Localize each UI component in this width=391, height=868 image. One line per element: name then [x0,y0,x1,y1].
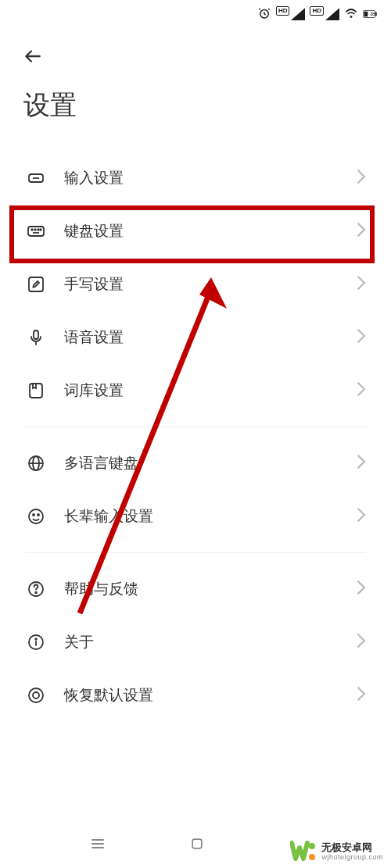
item-label: 输入设置 [64,168,357,188]
item-label: 多语言键盘 [64,453,357,473]
item-help-feedback[interactable]: 帮助与反馈 [0,563,391,616]
settings-group-1: 输入设置 键盘设置 手写设置 语音设置 [0,152,391,417]
voice-icon [25,327,47,348]
signal-2: HD [310,7,339,21]
watermark-brand-en: wjhotelgroup.com [321,853,383,862]
svg-point-11 [40,229,41,230]
svg-point-28 [33,692,39,698]
svg-rect-13 [29,277,43,291]
elder-icon [25,505,47,527]
svg-point-8 [31,229,33,230]
svg-point-10 [38,229,39,230]
svg-point-23 [35,592,37,594]
reset-icon [25,684,47,706]
svg-point-19 [29,509,43,523]
svg-point-21 [38,514,39,516]
divider [25,552,366,553]
chevron-right-icon [357,634,366,651]
svg-point-20 [33,514,34,516]
item-reset-defaults[interactable]: 恢复默认设置 [0,669,391,722]
item-label: 手写设置 [64,274,357,295]
item-label: 关于 [64,632,357,652]
svg-point-25 [35,638,37,640]
help-icon [25,578,47,600]
signal-1: HD [276,7,306,21]
chevron-right-icon [357,223,366,240]
alarm-icon [257,6,271,23]
item-handwrite-settings[interactable]: 手写设置 [0,258,391,311]
item-label: 恢复默认设置 [64,685,357,705]
chevron-right-icon [357,580,366,598]
dictionary-icon [25,380,47,402]
divider [25,427,366,427]
settings-group-2: 多语言键盘 长辈输入设置 [0,437,391,543]
chevron-right-icon [357,382,366,399]
wifi-icon [344,6,358,23]
item-label: 词库设置 [64,380,357,401]
chevron-right-icon [357,170,366,187]
item-voice-settings[interactable]: 语音设置 [0,311,391,364]
item-keyboard-settings[interactable]: 键盘设置 [0,205,391,258]
svg-rect-7 [28,227,44,236]
nav-home-button[interactable] [189,836,205,855]
chevron-right-icon [357,276,366,293]
item-label: 帮助与反馈 [64,579,357,599]
input-icon [25,167,47,189]
chevron-right-icon [357,329,366,346]
header [0,28,391,72]
watermark-logo: 无极安卓网 wjhotelgroup.com [290,840,383,863]
svg-point-27 [29,688,43,702]
svg-point-9 [34,229,36,230]
page-title: 设置 [0,72,391,152]
item-input-settings[interactable]: 输入设置 [0,152,391,205]
item-label: 语音设置 [64,327,357,348]
chevron-right-icon [357,508,366,525]
back-button[interactable] [17,41,48,72]
about-icon [25,631,47,653]
svg-rect-2 [375,13,377,16]
chevron-right-icon [357,455,366,472]
item-elder-input[interactable]: 长辈输入设置 [0,490,391,543]
svg-point-35 [309,843,315,849]
svg-rect-3 [364,12,368,17]
hd-badge-1: HD [276,6,290,16]
hd-badge-2: HD [310,6,324,16]
handwrite-icon [25,273,47,295]
status-bar: HD HD 35 [0,0,391,28]
keyboard-icon [25,220,47,242]
svg-point-36 [309,854,315,860]
svg-text:35: 35 [371,12,376,16]
globe-icon [25,452,47,474]
item-label: 键盘设置 [64,221,357,241]
watermark-brand-cn: 无极安卓网 [321,841,383,854]
settings-group-3: 帮助与反馈 关于 恢复默认设置 [0,563,391,722]
nav-recent-button[interactable] [88,834,107,856]
item-multi-language[interactable]: 多语言键盘 [0,437,391,490]
item-label: 长辈输入设置 [64,506,357,527]
item-about[interactable]: 关于 [0,616,391,669]
svg-rect-34 [192,839,202,848]
svg-rect-14 [34,330,38,339]
item-dictionary-settings[interactable]: 词库设置 [0,364,391,417]
battery-indicator: 35 [363,7,377,21]
chevron-right-icon [357,687,366,704]
